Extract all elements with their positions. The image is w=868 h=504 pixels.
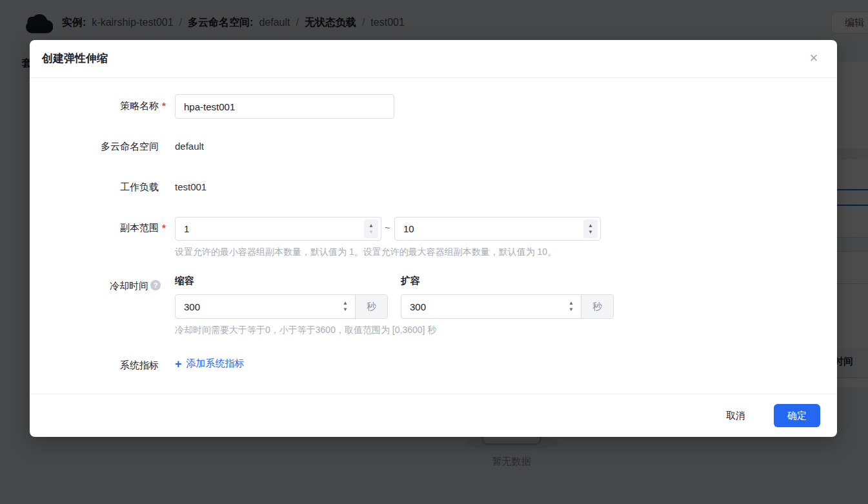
replica-max-input[interactable] (395, 217, 583, 240)
cooldown-label: 冷却时间 (58, 280, 148, 292)
scale-in-input[interactable] (176, 295, 338, 318)
spinner-up-icon[interactable]: ▲ (588, 223, 593, 228)
spinner-up-icon[interactable]: ▲ (368, 223, 374, 228)
cooldown-help-text: 冷却时间需要大于等于0，小于等于3600，取值范围为 [0,3600] 秒 (175, 325, 436, 336)
spinner: ▲ ▼ (583, 219, 598, 238)
scale-in-label: 缩容 (175, 275, 194, 287)
scale-in-stepper: ▲ ▼ 秒 (175, 294, 388, 319)
replica-max-stepper: ▲ ▼ (394, 217, 601, 241)
modal-footer: 取消 确定 (30, 394, 837, 437)
scale-out-stepper: ▲ ▼ 秒 (401, 294, 614, 319)
policy-name-label: 策略名称 (68, 100, 159, 112)
replica-min-input[interactable] (176, 217, 364, 240)
replica-min-stepper: ▲ ▼ (175, 217, 381, 241)
add-system-metric-link[interactable]: + 添加系统指标 (175, 358, 245, 370)
add-system-metric-label: 添加系统指标 (187, 358, 245, 370)
workload-label: 工作负载 (68, 181, 159, 194)
spinner: ▲ ▼ (338, 297, 352, 316)
workload-value: test001 (175, 181, 207, 192)
screen: 实例: k-kairship-test001 / 多云命名空间: default… (0, 0, 868, 504)
replica-range-help-text: 设置允许的最小容器组副本数量，默认值为 1。设置允许的最大容器组副本数量，默认值… (175, 247, 556, 258)
seconds-unit-addon: 秒 (355, 295, 387, 318)
create-hpa-modal: 创建弹性伸缩 × 策略名称 * 多云命名空间 default 工作负载 test… (30, 40, 837, 437)
seconds-unit-addon: 秒 (581, 295, 613, 318)
close-icon[interactable]: × (805, 49, 823, 67)
scale-out-label: 扩容 (401, 275, 420, 287)
spinner-down-icon[interactable]: ▼ (368, 230, 374, 235)
scale-out-input[interactable] (401, 295, 564, 318)
confirm-button[interactable]: 确定 (774, 404, 820, 427)
required-mark: * (162, 222, 166, 233)
namespace-value: default (175, 141, 204, 152)
spinner-up-icon[interactable]: ▲ (343, 301, 348, 306)
help-icon[interactable]: ? (150, 280, 161, 290)
spinner: ▲ ▼ (364, 219, 378, 238)
cancel-button[interactable]: 取消 (720, 406, 752, 426)
replica-range-label: 副本范围 (68, 222, 159, 234)
system-metrics-label: 系统指标 (68, 359, 159, 372)
plus-icon: + (175, 358, 182, 370)
policy-name-input[interactable] (175, 94, 394, 119)
namespace-label: 多云命名空间 (68, 141, 159, 153)
spinner-down-icon[interactable]: ▼ (343, 307, 348, 312)
spinner: ▲ ▼ (564, 297, 578, 316)
required-mark: * (162, 100, 166, 111)
spinner-down-icon[interactable]: ▼ (588, 230, 593, 235)
spinner-up-icon[interactable]: ▲ (569, 301, 574, 306)
modal-header: 创建弹性伸缩 × (30, 40, 837, 78)
spinner-down-icon[interactable]: ▼ (569, 307, 574, 312)
modal-title: 创建弹性伸缩 (42, 51, 108, 66)
range-separator: ~ (385, 222, 390, 233)
